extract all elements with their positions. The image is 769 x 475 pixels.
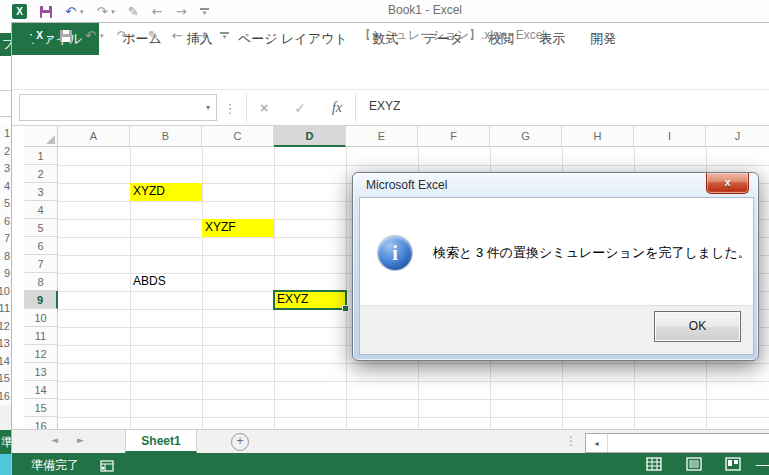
- column-header-A[interactable]: A: [58, 126, 130, 147]
- qat-customize-icon[interactable]: ▾: [220, 32, 230, 39]
- row-header-5[interactable]: 5: [24, 219, 58, 237]
- name-box-dropdown-icon[interactable]: ▾: [206, 104, 210, 112]
- row-header-4[interactable]: 4: [24, 201, 58, 219]
- redo-dropdown-icon[interactable]: ▾: [131, 32, 135, 40]
- row-header-14[interactable]: 14: [24, 381, 58, 399]
- forward-arrow-icon[interactable]: →: [196, 29, 207, 42]
- back-row-header: 13: [0, 337, 10, 349]
- row-header-6[interactable]: 6: [24, 237, 58, 255]
- sheet-tab-sheet1[interactable]: Sheet1: [125, 430, 197, 453]
- undo-icon[interactable]: ↶: [85, 29, 96, 42]
- gridline-horizontal: [58, 381, 769, 382]
- column-header-H[interactable]: H: [562, 126, 634, 147]
- column-header-C[interactable]: C: [202, 126, 274, 147]
- dialog-footer: OK: [360, 305, 753, 354]
- front-window-title: 【シミュレーション】.xlsx - Excel: [252, 27, 652, 44]
- scroll-left-icon[interactable]: ◂: [586, 434, 608, 452]
- formula-input[interactable]: EXYZ: [369, 99, 400, 113]
- cell-B3[interactable]: XYZD: [130, 183, 202, 201]
- undo-icon[interactable]: ↶: [65, 5, 76, 18]
- cell-B8[interactable]: ABDS: [130, 273, 202, 291]
- insert-function-icon[interactable]: fx: [332, 100, 342, 116]
- enter-icon[interactable]: ✓: [294, 101, 306, 115]
- row-header-10[interactable]: 10: [24, 309, 58, 327]
- redo-icon[interactable]: ↷: [96, 5, 107, 18]
- column-header-D[interactable]: D: [274, 126, 346, 147]
- excel-logo-icon[interactable]: X: [12, 4, 27, 19]
- sheet-nav-right-icon[interactable]: ►: [77, 435, 84, 445]
- row-header-16[interactable]: 16: [24, 417, 58, 429]
- formula-bar: ▾ ⋮ × ✓ fx EXYZ: [12, 89, 769, 126]
- excel-logo-icon[interactable]: X: [32, 28, 47, 43]
- save-icon[interactable]: [40, 6, 52, 18]
- macro-record-icon[interactable]: [100, 458, 114, 475]
- back-row-header: 2: [0, 145, 10, 157]
- zoom-out-icon[interactable]: —: [756, 457, 769, 472]
- gridline-vertical: [274, 147, 275, 429]
- new-sheet-button[interactable]: +: [231, 433, 249, 451]
- back-row-header: 14: [0, 355, 10, 367]
- back-file-tab-fragment[interactable]: フ: [0, 33, 11, 56]
- row-header-3[interactable]: 3: [24, 183, 58, 201]
- sheetbar-separator-icon[interactable]: ⋮: [565, 434, 577, 448]
- ok-button[interactable]: OK: [654, 311, 741, 342]
- formula-bar-separator-icon[interactable]: ⋮: [224, 95, 236, 121]
- pen-icon[interactable]: ✎: [148, 29, 159, 42]
- row-header-12[interactable]: 12: [24, 345, 58, 363]
- row-header-8[interactable]: 8: [24, 273, 58, 291]
- row-header-1[interactable]: 1: [24, 147, 58, 165]
- cancel-icon[interactable]: ×: [260, 100, 268, 116]
- back-row-header: 9: [0, 267, 10, 279]
- horizontal-scrollbar[interactable]: ◂: [585, 433, 769, 453]
- back-row-header: 7: [0, 232, 10, 244]
- save-icon[interactable]: [60, 30, 72, 42]
- row-header-11[interactable]: 11: [24, 327, 58, 345]
- dialog-title: Microsoft Excel: [366, 178, 447, 192]
- name-box[interactable]: ▾: [19, 94, 217, 121]
- gridline-horizontal: [58, 399, 769, 400]
- screen: ☆☆☆☆☆☆☆☆☆☆☆☆☆☆ X ↶▾ ↷▾ ✎ ← → ▾ Book1 - E…: [0, 0, 769, 475]
- back-row-header: 10: [0, 285, 10, 297]
- select-all-corner[interactable]: [24, 126, 58, 147]
- undo-dropdown-icon[interactable]: ▾: [80, 8, 84, 16]
- page-layout-view-icon[interactable]: [686, 457, 702, 475]
- column-header-F[interactable]: F: [418, 126, 490, 147]
- column-header-B[interactable]: B: [130, 126, 202, 147]
- sheet-tab-bar: ◄ ► Sheet1 + ⋮ ◂: [12, 429, 769, 453]
- pen-icon[interactable]: ✎: [128, 5, 139, 18]
- redo-icon[interactable]: ↷: [116, 29, 127, 42]
- row-header-7[interactable]: 7: [24, 255, 58, 273]
- row-header-15[interactable]: 15: [24, 399, 58, 417]
- back-arrow-icon[interactable]: ←: [172, 29, 183, 42]
- back-row-header: 3: [0, 162, 10, 174]
- back-sheetbar-fragment: [0, 405, 11, 430]
- gridline-vertical: [202, 147, 203, 429]
- column-header-I[interactable]: I: [634, 126, 706, 147]
- redo-dropdown-icon[interactable]: ▾: [111, 8, 115, 16]
- gridline-horizontal: [58, 363, 769, 364]
- cell-C5[interactable]: XYZF: [202, 219, 274, 237]
- column-header-E[interactable]: E: [346, 126, 418, 147]
- undo-dropdown-icon[interactable]: ▾: [100, 32, 104, 40]
- normal-view-icon[interactable]: [646, 457, 662, 475]
- page-break-view-icon[interactable]: [725, 457, 741, 475]
- close-icon[interactable]: x: [706, 173, 749, 194]
- forward-arrow-icon[interactable]: →: [176, 5, 187, 18]
- back-row-header: 8: [0, 250, 10, 262]
- message-dialog: Microsoft Excel x i 検索と 3 件の置換シミュレーションを完…: [352, 172, 759, 361]
- row-header-9[interactable]: 9: [24, 291, 58, 309]
- formula-buttons: × ✓ fx: [246, 93, 356, 123]
- back-row-headers: 12345678910111213141516: [0, 124, 11, 405]
- sheet-nav-left-icon[interactable]: ◄: [51, 435, 58, 445]
- back-window-title: Book1 - Excel: [260, 3, 590, 17]
- qat-customize-icon[interactable]: ▾: [200, 8, 210, 15]
- row-header-2[interactable]: 2: [24, 165, 58, 183]
- dialog-content: i 検索と 3 件の置換シミュレーションを完了しました。: [360, 198, 753, 307]
- back-statusbar-fragment: 準: [0, 430, 11, 454]
- back-arrow-icon[interactable]: ←: [152, 5, 163, 18]
- column-header-G[interactable]: G: [490, 126, 562, 147]
- column-header-J[interactable]: J: [706, 126, 769, 147]
- back-window-titlebar: X ↶▾ ↷▾ ✎ ← → ▾ Book1 - Excel: [0, 0, 769, 22]
- back-row-header: 15: [0, 372, 10, 384]
- row-header-13[interactable]: 13: [24, 363, 58, 381]
